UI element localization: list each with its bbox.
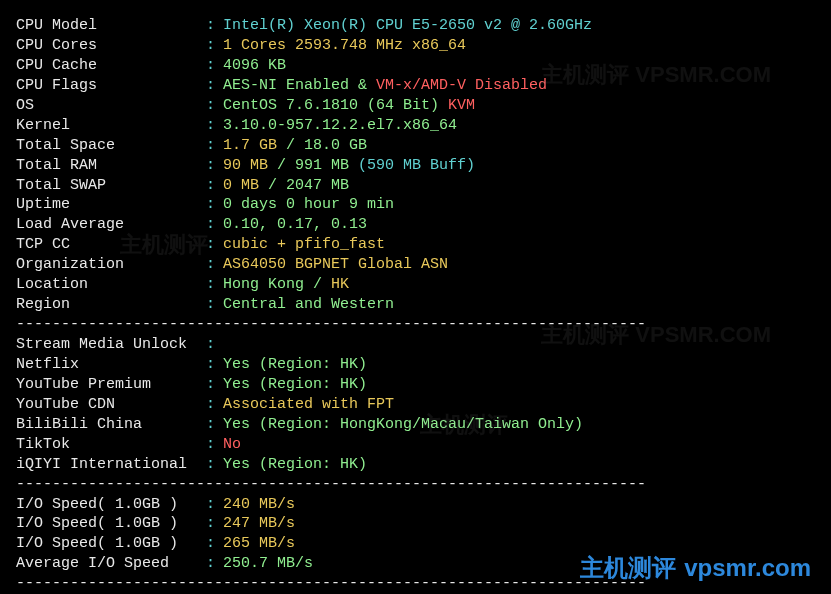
load-row: Load Average:0.10, 0.17, 0.13: [16, 215, 815, 235]
cpu-cores-value: 1 Cores 2593.748 MHz x86_64: [223, 37, 466, 54]
cpu-cache-value: 4096 KB: [223, 57, 286, 74]
separator: :: [206, 116, 215, 136]
bilibili-value: Yes (Region: HongKong/Macau/Taiwan Only): [223, 416, 583, 433]
cpu-cache-row: CPU Cache:4096 KB: [16, 56, 815, 76]
load-value: 0.10, 0.17, 0.13: [223, 216, 367, 233]
tiktok-label: TikTok: [16, 435, 206, 455]
cpu-cache-label: CPU Cache: [16, 56, 206, 76]
cpu-model-row: CPU Model:Intel(R) Xeon(R) CPU E5-2650 v…: [16, 16, 815, 36]
total-space-row: Total Space:1.7 GB / 18.0 GB: [16, 136, 815, 156]
os-virt: KVM: [439, 97, 475, 114]
separator: :: [206, 136, 215, 156]
iqiyi-row: iQIYI International:Yes (Region: HK): [16, 455, 815, 475]
os-value: CentOS 7.6.1810 (64 Bit): [223, 97, 439, 114]
bilibili-label: BiliBili China: [16, 415, 206, 435]
cpu-cores-label: CPU Cores: [16, 36, 206, 56]
cpu-flags-label: CPU Flags: [16, 76, 206, 96]
region-row: Region:Central and Western: [16, 295, 815, 315]
netflix-value: Yes (Region: HK): [223, 356, 367, 373]
separator: :: [206, 554, 215, 574]
youtube-premium-value: Yes (Region: HK): [223, 376, 367, 393]
io-avg-value: 250.7 MB/s: [223, 555, 313, 572]
swap-total: 2047 MB: [286, 177, 349, 194]
uptime-label: Uptime: [16, 195, 206, 215]
cpu-model-label: CPU Model: [16, 16, 206, 36]
separator: :: [206, 76, 215, 96]
iqiyi-value: Yes (Region: HK): [223, 456, 367, 473]
separator: :: [206, 415, 215, 435]
divider-line: ----------------------------------------…: [16, 315, 815, 335]
separator: :: [206, 495, 215, 515]
io-speed-label: I/O Speed( 1.0GB ): [16, 534, 206, 554]
tiktok-value: No: [223, 436, 241, 453]
kernel-value: 3.10.0-957.12.2.el7.x86_64: [223, 117, 457, 134]
watermark-url-text: vpsmr.com: [684, 554, 811, 581]
location-city: Hong Kong: [223, 276, 304, 293]
ram-used: 90 MB: [223, 157, 268, 174]
uptime-row: Uptime:0 days 0 hour 9 min: [16, 195, 815, 215]
netflix-label: Netflix: [16, 355, 206, 375]
kernel-row: Kernel:3.10.0-957.12.2.el7.x86_64: [16, 116, 815, 136]
os-label: OS: [16, 96, 206, 116]
watermark-cn-text: 主机测评: [580, 554, 676, 581]
os-row: OS:CentOS 7.6.1810 (64 Bit) KVM: [16, 96, 815, 116]
io-avg-label: Average I/O Speed: [16, 554, 206, 574]
location-code: HK: [331, 276, 349, 293]
total-swap-label: Total SWAP: [16, 176, 206, 196]
separator: :: [206, 255, 215, 275]
separator: :: [206, 534, 215, 554]
stream-header-row: Stream Media Unlock:: [16, 335, 815, 355]
total-ram-label: Total RAM: [16, 156, 206, 176]
load-label: Load Average: [16, 215, 206, 235]
tcp-cc-row: TCP CC:cubic + pfifo_fast: [16, 235, 815, 255]
watermark-branding: 主机测评vpsmr.com: [580, 552, 811, 584]
ram-total: 991 MB: [295, 157, 349, 174]
separator: :: [206, 335, 215, 355]
cpu-model-value: Intel(R) Xeon(R) CPU E5-2650 v2 @ 2.60GH…: [223, 17, 592, 34]
separator: :: [206, 355, 215, 375]
youtube-premium-row: YouTube Premium:Yes (Region: HK): [16, 375, 815, 395]
org-label: Organization: [16, 255, 206, 275]
io-speed-label: I/O Speed( 1.0GB ): [16, 514, 206, 534]
separator: :: [206, 235, 215, 255]
total-ram-row: Total RAM:90 MB / 991 MB (590 MB Buff): [16, 156, 815, 176]
io-speed-label: I/O Speed( 1.0GB ): [16, 495, 206, 515]
total-swap-row: Total SWAP:0 MB / 2047 MB: [16, 176, 815, 196]
org-row: Organization:AS64050 BGPNET Global ASN: [16, 255, 815, 275]
youtube-premium-label: YouTube Premium: [16, 375, 206, 395]
swap-used: 0 MB: [223, 177, 259, 194]
bilibili-row: BiliBili China:Yes (Region: HongKong/Mac…: [16, 415, 815, 435]
separator: :: [206, 395, 215, 415]
io-speed-value: 265 MB/s: [223, 535, 295, 552]
location-row: Location:Hong Kong / HK: [16, 275, 815, 295]
separator: :: [206, 295, 215, 315]
separator: :: [206, 195, 215, 215]
tiktok-row: TikTok:No: [16, 435, 815, 455]
tcp-cc-label: TCP CC: [16, 235, 206, 255]
tcp-cc-value: cubic + pfifo_fast: [223, 236, 385, 253]
separator: :: [206, 36, 215, 56]
youtube-cdn-value: Associated with FPT: [223, 396, 394, 413]
youtube-cdn-row: YouTube CDN:Associated with FPT: [16, 395, 815, 415]
separator: :: [206, 275, 215, 295]
uptime-value: 0 days 0 hour 9 min: [223, 196, 394, 213]
space-used: 1.7 GB: [223, 137, 277, 154]
cpu-flags-aes: AES-NI Enabled: [223, 77, 349, 94]
io-speed-value: 240 MB/s: [223, 496, 295, 513]
io-speed-row: I/O Speed( 1.0GB ):247 MB/s: [16, 514, 815, 534]
ram-buff: (590 MB Buff): [349, 157, 475, 174]
location-label: Location: [16, 275, 206, 295]
separator: :: [206, 176, 215, 196]
region-label: Region: [16, 295, 206, 315]
separator: :: [206, 56, 215, 76]
netflix-row: Netflix:Yes (Region: HK): [16, 355, 815, 375]
separator: :: [206, 16, 215, 36]
cpu-flags-row: CPU Flags:AES-NI Enabled & VM-x/AMD-V Di…: [16, 76, 815, 96]
separator: :: [206, 435, 215, 455]
separator: :: [206, 156, 215, 176]
separator: :: [206, 96, 215, 116]
io-speed-value: 247 MB/s: [223, 515, 295, 532]
cpu-cores-row: CPU Cores:1 Cores 2593.748 MHz x86_64: [16, 36, 815, 56]
org-value: AS64050 BGPNET Global ASN: [223, 256, 448, 273]
separator: :: [206, 455, 215, 475]
